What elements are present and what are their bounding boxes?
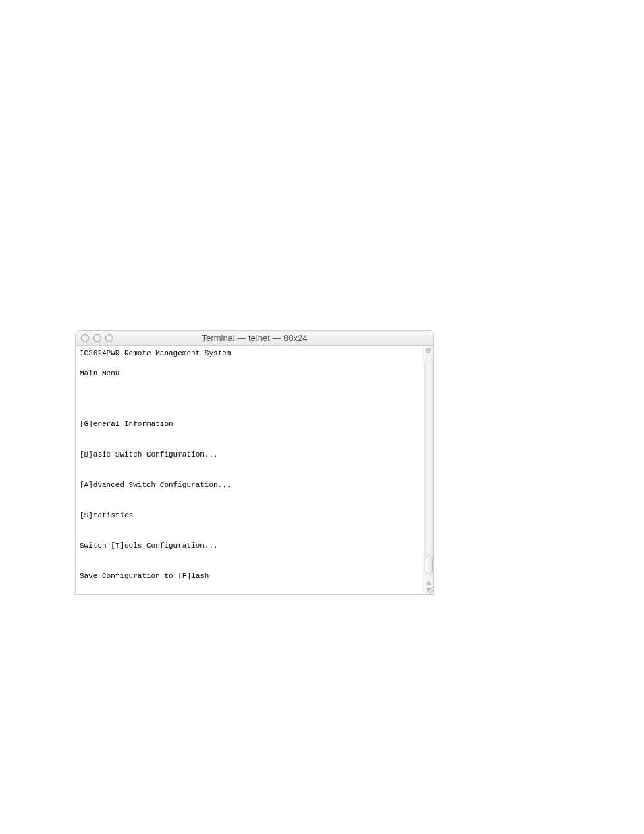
window-title: Terminal — telnet — 80x24	[202, 333, 308, 343]
menu-item-general: [G]eneral Information	[80, 419, 419, 429]
terminal-window: Terminal — telnet — 80x24 IC3624PWR Remo…	[76, 331, 433, 594]
system-title: IC3624PWR Remote Management System	[80, 348, 419, 359]
vertical-scrollbar[interactable]: ▤	[423, 346, 433, 594]
menu-block: [G]eneral Information [B]asic Switch Con…	[80, 399, 419, 594]
menu-item-statistics: [S]tatistics	[80, 511, 419, 521]
scroll-up-icon[interactable]	[426, 581, 431, 585]
menu-item-save: Save Configuration to [F]lash	[80, 571, 419, 581]
titlebar: Terminal — telnet — 80x24	[76, 331, 433, 346]
terminal-content[interactable]: IC3624PWR Remote Management System Main …	[76, 346, 423, 594]
terminal-body: IC3624PWR Remote Management System Main …	[76, 346, 433, 594]
resize-grip-icon[interactable]	[425, 585, 433, 594]
menu-item-basic: [B]asic Switch Configuration...	[80, 450, 419, 460]
scroll-lock-icon: ▤	[425, 348, 432, 355]
traffic-lights	[81, 334, 113, 342]
close-button[interactable]	[81, 334, 89, 342]
menu-heading: Main Menu	[80, 369, 419, 379]
zoom-button[interactable]	[105, 334, 113, 342]
scroll-thumb[interactable]	[425, 555, 433, 574]
menu-item-advanced: [A]dvanced Switch Configuration...	[80, 480, 419, 490]
menu-item-tools: Switch [T]ools Configuration...	[80, 541, 419, 551]
minimize-button[interactable]	[93, 334, 101, 342]
scroll-track[interactable]	[424, 356, 433, 578]
